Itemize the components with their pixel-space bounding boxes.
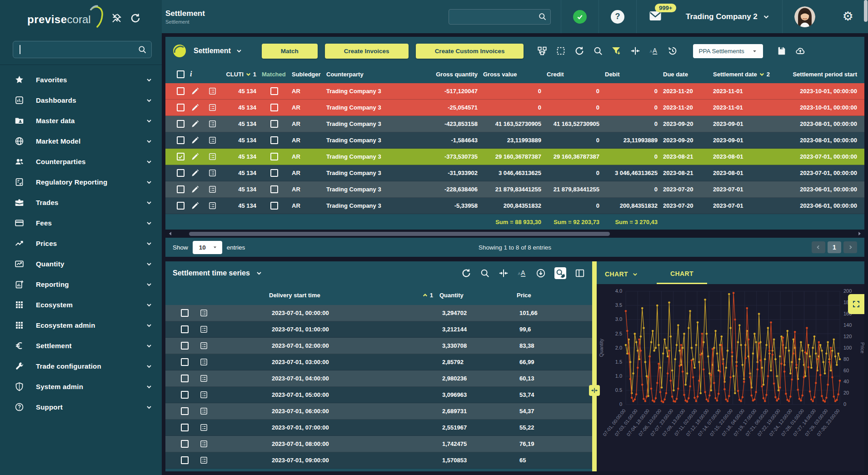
select-all-checkbox[interactable]: [177, 70, 185, 78]
timeseries-row[interactable]: 2023-07-01, 04:00:002,98023660,13: [165, 370, 592, 387]
matched-checkbox[interactable]: [270, 104, 278, 111]
refresh-icon[interactable]: [461, 268, 471, 278]
user-menu[interactable]: [783, 0, 827, 33]
font-size-icon[interactable]: AA: [517, 268, 527, 278]
row-details-icon[interactable]: [208, 87, 217, 95]
timeseries-row[interactable]: 2023-07-01, 08:00:001,74247576,19: [165, 436, 592, 452]
funnel-icon[interactable]: [612, 46, 622, 56]
page-size-select[interactable]: 10: [193, 241, 222, 254]
timeseries-row[interactable]: 2023-07-01, 09:00:001,57085365: [165, 452, 592, 469]
row-checkbox[interactable]: [177, 136, 185, 144]
notifications-button[interactable]: 999+: [637, 0, 674, 33]
table-row[interactable]: 45 134ARTrading Company 3-5,33958200,843…: [165, 198, 864, 214]
scrollbar-track[interactable]: [175, 231, 854, 236]
row-details-icon[interactable]: [208, 185, 217, 194]
chart-type-dropdown[interactable]: CHART: [605, 270, 639, 278]
sidebar-item-favorites[interactable]: Favorites: [0, 70, 162, 90]
row-details-icon[interactable]: [200, 423, 208, 432]
column-header-due-date[interactable]: Due date: [660, 71, 710, 78]
match-button[interactable]: Match: [262, 44, 318, 59]
column-header-price[interactable]: Price: [517, 292, 592, 299]
timeseries-row[interactable]: 2023-07-01, 03:00:002,8579266,99: [165, 354, 592, 370]
table-row[interactable]: 45 134ARTrading Company 3-517,1200470002…: [165, 83, 864, 100]
row-details-icon[interactable]: [200, 309, 208, 317]
row-details-icon[interactable]: [200, 440, 208, 448]
column-header-debit[interactable]: Debit: [602, 71, 660, 78]
table-row[interactable]: 45 134ARTrading Company 3-228,63840621 8…: [165, 181, 864, 198]
sidebar-item-quantity[interactable]: Quantity: [0, 254, 162, 274]
sidebar-item-ecosystem[interactable]: Ecosystem: [0, 295, 162, 315]
collapse-columns-icon[interactable]: [499, 268, 509, 278]
edit-row-icon[interactable]: [191, 185, 200, 194]
row-checkbox[interactable]: [177, 87, 185, 95]
column-header-subledger[interactable]: Subledger: [289, 71, 324, 78]
row-details-icon[interactable]: [208, 136, 217, 145]
row-details-icon[interactable]: [200, 456, 208, 465]
row-checkbox[interactable]: [177, 120, 185, 128]
column-header-cluti[interactable]: CLUTI1: [222, 71, 259, 78]
timeseries-row[interactable]: 2023-07-01, 07:00:002,55196755,22: [165, 420, 592, 436]
matched-checkbox[interactable]: [270, 169, 278, 177]
edit-row-icon[interactable]: [191, 103, 200, 112]
row-checkbox[interactable]: [181, 358, 189, 366]
horizontal-scrollbar[interactable]: [165, 230, 864, 238]
timeseries-row[interactable]: 2023-07-01, 00:00:003,294702101,66: [165, 305, 592, 321]
sidebar-search[interactable]: [13, 41, 152, 58]
fullscreen-button[interactable]: [848, 294, 864, 314]
row-details-icon[interactable]: [200, 407, 208, 415]
table-row[interactable]: 45 134ARTrading Company 3-373,53073529 1…: [165, 149, 864, 165]
row-checkbox[interactable]: [181, 309, 189, 317]
row-checkbox[interactable]: [181, 342, 189, 350]
layout-icon[interactable]: [575, 268, 585, 278]
search-icon[interactable]: [593, 46, 603, 56]
edit-row-icon[interactable]: [191, 152, 200, 161]
column-header-settlement-date[interactable]: Settlement date2: [710, 71, 769, 78]
edit-row-icon[interactable]: [191, 87, 200, 95]
global-search[interactable]: [449, 9, 551, 25]
matched-checkbox[interactable]: [270, 120, 278, 128]
settlement-view-dropdown[interactable]: Settlement: [194, 47, 243, 55]
collapse-columns-icon[interactable]: [630, 46, 640, 56]
search-edit-icon[interactable]: [554, 267, 566, 279]
column-header-settlement-period-start[interactable]: Settlement period start: [769, 71, 864, 78]
column-header-matched[interactable]: Matched: [259, 71, 289, 78]
row-details-icon[interactable]: [200, 325, 208, 334]
create-custom-invoices-button[interactable]: Create Custom Invoices: [416, 44, 524, 59]
chart-tab[interactable]: CHART: [657, 270, 707, 284]
table-row[interactable]: 45 134ARTrading Company 3-25,05457100020…: [165, 100, 864, 116]
row-details-icon[interactable]: [208, 169, 217, 177]
table-row[interactable]: 45 134ARTrading Company 3-31,9339023 046…: [165, 165, 864, 181]
table-row[interactable]: 45 134ARTrading Company 3-1,58464323,119…: [165, 132, 864, 149]
save-icon[interactable]: [777, 46, 787, 56]
settings-button[interactable]: ⚙: [827, 0, 868, 33]
edit-row-icon[interactable]: [191, 201, 200, 210]
help-button[interactable]: ?: [599, 0, 636, 33]
refresh-icon[interactable]: [130, 13, 141, 24]
create-invoices-button[interactable]: Create Invoices: [325, 44, 409, 59]
row-details-icon[interactable]: [208, 120, 217, 128]
matched-checkbox[interactable]: [270, 153, 278, 160]
sidebar-item-ecosystem-admin[interactable]: Ecosystem admin: [0, 315, 162, 335]
row-checkbox[interactable]: [181, 440, 189, 448]
system-status[interactable]: [561, 0, 599, 33]
sidebar-item-settlement[interactable]: Settlement: [0, 335, 162, 356]
sidebar-item-dashboards[interactable]: Dashboards: [0, 90, 162, 110]
row-checkbox[interactable]: [181, 325, 189, 333]
row-details-icon[interactable]: [208, 103, 217, 112]
column-header-delivery-start-time[interactable]: Delivery start time 1: [269, 292, 439, 299]
scroll-right-icon[interactable]: [856, 230, 863, 237]
row-checkbox[interactable]: [181, 375, 189, 382]
cloud-download-icon[interactable]: [536, 268, 546, 278]
matched-checkbox[interactable]: [270, 87, 278, 95]
cloud-icon[interactable]: [795, 46, 805, 56]
panel-splitter[interactable]: [592, 261, 597, 471]
row-details-icon[interactable]: [200, 390, 208, 399]
edit-row-icon[interactable]: [191, 120, 200, 128]
hierarchy-icon[interactable]: [537, 46, 547, 56]
column-header-counterparty[interactable]: Counterparty: [324, 71, 408, 78]
row-checkbox[interactable]: [177, 153, 185, 160]
column-header-quantity[interactable]: Quantity: [439, 292, 517, 299]
company-selector[interactable]: Trading Company 2: [674, 0, 782, 33]
sidebar-item-reporting[interactable]: Reporting: [0, 274, 162, 295]
history-icon[interactable]: [668, 46, 678, 56]
